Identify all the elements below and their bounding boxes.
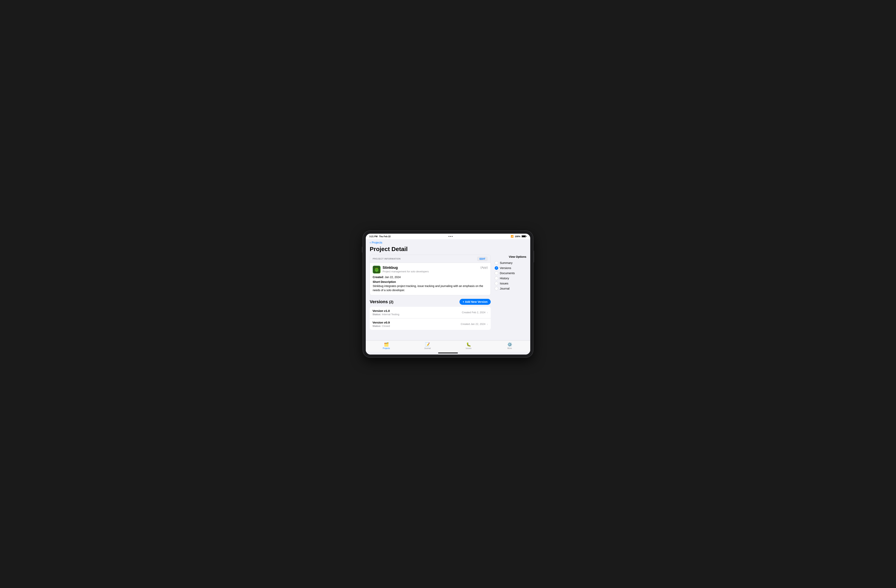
version-name: Version v1.0 (372, 309, 399, 313)
radio-summary (495, 261, 498, 265)
radio-journal (495, 287, 498, 290)
view-option-versions[interactable]: ✓ Versions (495, 266, 526, 270)
radio-versions: ✓ (495, 266, 498, 270)
radio-issues (495, 282, 498, 285)
battery-percent: 100% (515, 235, 520, 238)
home-indicator (438, 352, 458, 353)
tab-projects-label: Projects (383, 347, 390, 349)
radio-documents (495, 271, 498, 275)
view-option-issues[interactable]: Issues (495, 281, 526, 286)
card-header: PROJECT INFORMATION EDIT (370, 255, 491, 263)
view-options-sidebar: View Options Summary ✓ Versions (495, 255, 526, 291)
desc-text: Stinkbug integrates project tracking, is… (373, 284, 488, 292)
project-icon (373, 266, 381, 273)
versions-list: Version v1.0 Status: Internal Testing Cr… (370, 307, 491, 330)
battery-icon (521, 235, 527, 237)
chevron-right-icon: › (487, 311, 488, 314)
option-label-issues: Issues (500, 282, 508, 285)
view-option-documents[interactable]: Documents (495, 270, 526, 276)
project-info-card: PROJECT INFORMATION EDIT (370, 255, 491, 295)
status-time: 3:21 PM (369, 235, 378, 238)
version-date: Created Jan 22, 2024 (461, 322, 485, 325)
tab-bar: 🗂️ Projects 📝 Journal 🐛 Issues ⚙️ More (366, 340, 530, 352)
option-label-versions: Versions (500, 266, 511, 270)
version-item[interactable]: Version v1.0 Status: Internal Testing Cr… (370, 307, 491, 318)
status-time-date: 3:21 PM Thu Feb 22 (369, 235, 391, 238)
status-indicators: 📶 100% (510, 235, 527, 238)
version-status: Status: Internal Testing (372, 313, 399, 316)
back-label: Projects (372, 241, 382, 244)
view-option-summary[interactable]: Summary (495, 260, 526, 266)
project-name: Stinkbug (382, 266, 429, 270)
version-name: Version v0.9 (372, 321, 390, 324)
versions-count: (2) (389, 300, 393, 304)
add-version-button[interactable]: + Add New Version (459, 299, 491, 305)
created-label: Created: (373, 275, 384, 279)
svg-point-5 (376, 268, 376, 269)
tab-projects[interactable]: 🗂️ Projects (366, 342, 407, 350)
tab-journal-label: Journal (424, 347, 431, 349)
card-header-label: PROJECT INFORMATION (373, 258, 401, 260)
status-date: Thu Feb 22 (379, 235, 391, 238)
versions-title: Versions (370, 299, 388, 304)
tab-journal[interactable]: 📝 Journal (407, 342, 448, 350)
radio-history (495, 277, 498, 280)
projects-tab-icon: 🗂️ (384, 342, 389, 347)
tab-issues[interactable]: 🐛 Issues (448, 342, 489, 350)
back-navigation[interactable]: ‹ Projects (370, 239, 526, 245)
versions-header: Versions (2) + Add New Version (370, 299, 491, 305)
option-label-journal: Journal (500, 287, 509, 290)
option-label-history: History (500, 277, 509, 280)
status-dots (449, 236, 453, 237)
description-section: Short Description Stinkbug integrates pr… (373, 280, 488, 292)
back-chevron-icon: ‹ (370, 241, 371, 244)
option-label-summary: Summary (500, 261, 512, 264)
project-subtitle: Project management for solo developers (382, 270, 429, 273)
tab-more[interactable]: ⚙️ More (489, 342, 530, 350)
chevron-right-icon: › (487, 322, 488, 326)
view-option-journal[interactable]: Journal (495, 286, 526, 291)
view-option-history[interactable]: History (495, 276, 526, 281)
version-item[interactable]: Version v0.9 Status: Closed Created Jan … (370, 318, 491, 330)
tab-issues-label: Issues (466, 347, 471, 349)
option-label-documents: Documents (500, 271, 515, 275)
wifi-icon: 📶 (510, 235, 514, 238)
journal-tab-icon: 📝 (425, 342, 430, 347)
page-title: Project Detail (370, 246, 526, 252)
desc-title: Short Description (373, 280, 488, 283)
created-date: Jan 22, 2024 (385, 275, 401, 279)
svg-point-6 (378, 268, 378, 269)
edit-button[interactable]: EDIT (477, 257, 488, 261)
issues-tab-icon: 🐛 (466, 342, 471, 347)
more-tab-icon: ⚙️ (507, 342, 512, 347)
version-date: Created Feb 2, 2024 (462, 311, 485, 314)
view-options-title: View Options (495, 255, 526, 258)
status-bar: 3:21 PM Thu Feb 22 📶 100% (366, 234, 530, 239)
project-type: (App) (480, 266, 488, 269)
tab-more-label: More (507, 347, 512, 349)
radio-check-icon: ✓ (496, 267, 497, 269)
version-status: Status: Closed (372, 325, 390, 327)
created-row: Created: Jan 22, 2024 (373, 275, 488, 279)
